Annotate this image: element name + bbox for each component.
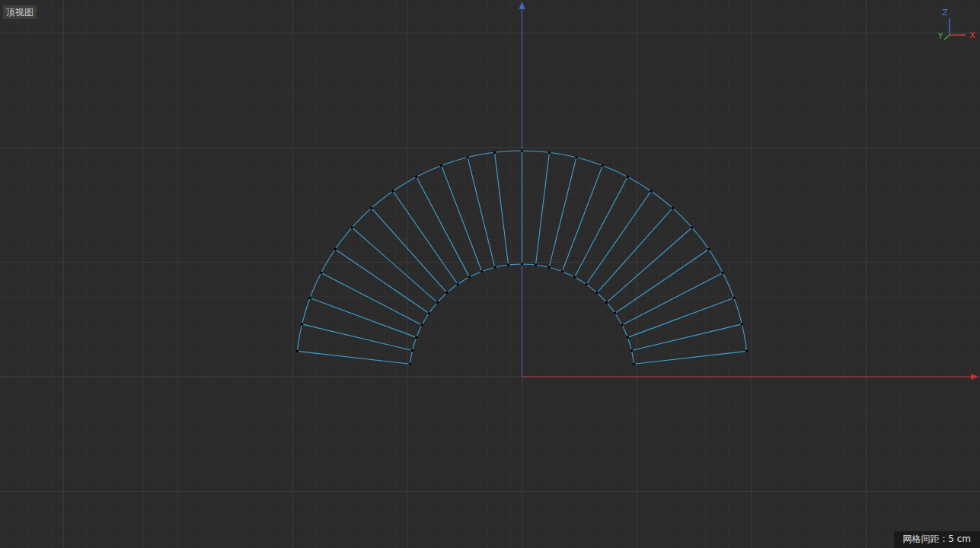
- grid-spacing-status: 网格间距 : 5 cm: [894, 531, 980, 548]
- vertex-dot: [745, 350, 749, 353]
- vertex-dot: [415, 336, 418, 339]
- vertex-dot: [650, 190, 653, 193]
- gizmo-y-label: Y: [937, 31, 943, 41]
- vertex-dot: [614, 312, 617, 315]
- vertex-dot: [480, 270, 484, 273]
- vertex-dot: [351, 226, 354, 229]
- vertex-dot: [741, 323, 744, 326]
- vertex-dot: [415, 176, 418, 179]
- vertex-dot: [626, 336, 629, 339]
- vertex-dot: [440, 164, 443, 167]
- gizmo-z-label: Z: [942, 8, 948, 18]
- vertex-dot: [507, 263, 510, 266]
- vertex-dot: [445, 292, 449, 295]
- vertex-dot: [334, 248, 337, 251]
- vertex-dot: [602, 164, 605, 167]
- vertex-dot: [671, 207, 674, 210]
- vertex-dot: [493, 151, 496, 154]
- vertex-dot: [626, 176, 629, 179]
- vertex-dot: [427, 312, 430, 315]
- vertex-dot: [436, 301, 439, 304]
- viewport-canvas[interactable]: ZXY: [0, 0, 980, 548]
- vertex-dot: [409, 362, 412, 365]
- vertex-dot: [370, 207, 373, 210]
- gizmo-x-label: X: [969, 30, 975, 40]
- vertex-dot: [308, 297, 311, 300]
- vertex-dot: [595, 292, 599, 295]
- vertex-dot: [585, 283, 588, 286]
- vertex-dot: [575, 156, 578, 159]
- vertex-dot: [411, 349, 414, 352]
- viewport-title: 顶视图: [3, 5, 37, 19]
- vertex-dot: [605, 301, 608, 304]
- vertex-dot: [521, 149, 524, 152]
- vertex-dot: [296, 350, 299, 353]
- vertex-dot: [420, 323, 423, 327]
- vertex-dot: [301, 323, 304, 326]
- vertex-dot: [633, 362, 636, 365]
- vertex-dot: [548, 151, 551, 154]
- viewport-background: [0, 0, 980, 548]
- vertex-dot: [456, 283, 459, 286]
- vertex-dot: [521, 263, 524, 266]
- vertex-dot: [391, 190, 394, 193]
- vertex-dot: [320, 272, 323, 275]
- vertex-dot: [630, 349, 634, 352]
- vertex-dot: [691, 226, 694, 229]
- vertex-dot: [466, 156, 469, 159]
- vertex-dot: [560, 270, 563, 273]
- vertex-dot: [535, 263, 538, 266]
- vertex-dot: [707, 248, 710, 251]
- vertex-dot: [733, 297, 736, 300]
- viewport[interactable]: ZXY 顶视图 网格间距 : 5 cm: [0, 0, 980, 548]
- vertex-dot: [621, 323, 624, 327]
- vertex-dot: [493, 266, 496, 269]
- vertex-dot: [468, 276, 471, 279]
- vertex-dot: [573, 276, 576, 279]
- vertex-dot: [547, 266, 551, 269]
- vertex-dot: [721, 272, 724, 275]
